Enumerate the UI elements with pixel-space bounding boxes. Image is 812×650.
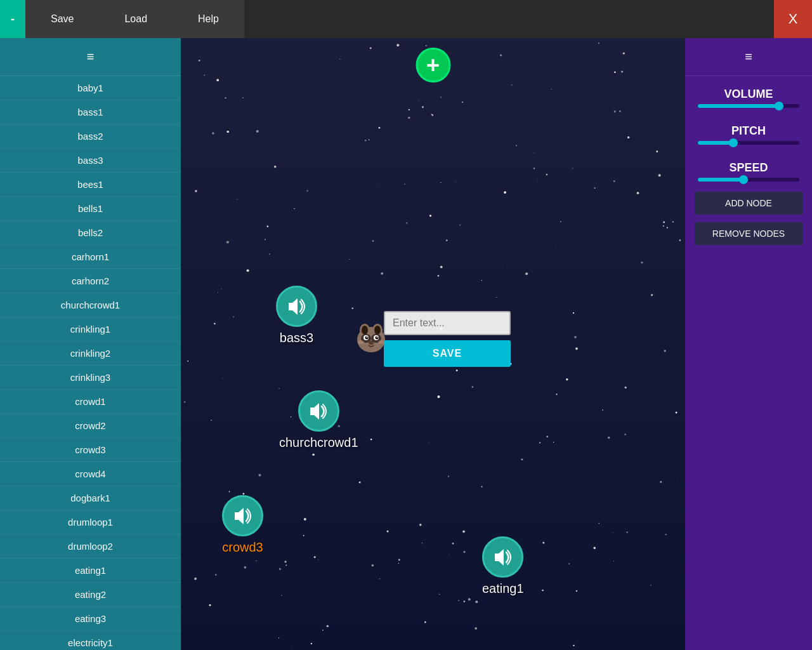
node-bass3-label: bass3: [280, 331, 313, 345]
help-button[interactable]: Help: [173, 0, 244, 38]
sidebar-item-bass1[interactable]: bass1: [0, 100, 181, 124]
right-sidebar: ≡ VOLUME PITCH SPEED ADD NODE REMOVE NOD…: [685, 38, 812, 650]
sidebar-item-eating1[interactable]: eating1: [0, 559, 181, 583]
sidebar-item-bass2[interactable]: bass2: [0, 124, 181, 149]
node-churchcrowd1-icon: [298, 390, 339, 432]
sidebar-item-churchcrowd1[interactable]: churchcrowd1: [0, 293, 181, 317]
node-bass3[interactable]: bass3: [276, 286, 317, 345]
pitch-thumb[interactable]: [729, 138, 738, 147]
volume-label: VOLUME: [685, 88, 812, 101]
svg-point-12: [377, 336, 378, 338]
sidebar-item-crinkling1[interactable]: crinkling1: [0, 317, 181, 342]
pitch-track: [698, 141, 799, 145]
sidebar-item-carhorn1[interactable]: carhorn1: [0, 245, 181, 269]
sidebar-item-crinkling3[interactable]: crinkling3: [0, 366, 181, 390]
node-churchcrowd1-label: churchcrowd1: [279, 435, 358, 450]
pitch-fill: [698, 141, 733, 145]
topbar-accent: -: [0, 0, 25, 38]
pitch-slider-container[interactable]: [685, 141, 812, 145]
topbar: - Save Load Help X: [0, 0, 812, 38]
node-eating1-icon: [482, 536, 523, 578]
volume-track: [698, 104, 799, 108]
sidebar-item-eating2[interactable]: eating2: [0, 583, 181, 607]
close-button[interactable]: X: [774, 0, 812, 38]
svg-point-3: [362, 326, 368, 335]
svg-point-13: [369, 341, 374, 345]
sidebar-item-bells1[interactable]: bells1: [0, 197, 181, 221]
left-sidebar-header: ≡: [0, 38, 181, 76]
sidebar-item-baby1[interactable]: baby1: [0, 76, 181, 100]
name-input[interactable]: [384, 311, 511, 335]
speed-track: [698, 178, 799, 182]
speed-label: SPEED: [685, 161, 812, 175]
node-bass3-icon: [276, 286, 317, 327]
sidebar-item-bells2[interactable]: bells2: [0, 221, 181, 245]
node-crowd3-icon: [222, 495, 263, 536]
left-sidebar: ≡ baby1bass1bass2bass3bees1bells1bells2c…: [0, 38, 181, 650]
node-eating1-label: eating1: [482, 581, 524, 596]
main-area: ≡ baby1bass1bass2bass3bees1bells1bells2c…: [0, 38, 812, 650]
left-menu-icon: ≡: [87, 50, 95, 64]
remove-nodes-button[interactable]: REMOVE NODES: [695, 222, 802, 245]
sidebar-item-carhorn2[interactable]: carhorn2: [0, 269, 181, 293]
node-churchcrowd1[interactable]: churchcrowd1: [279, 390, 358, 450]
right-menu-icon: ≡: [745, 50, 752, 64]
volume-fill: [698, 104, 779, 108]
load-button[interactable]: Load: [99, 0, 173, 38]
name-popup: SAVE: [384, 311, 511, 367]
pitch-label: PITCH: [685, 124, 812, 138]
sidebar-item-crowd2[interactable]: crowd2: [0, 414, 181, 438]
sidebar-item-bees1[interactable]: bees1: [0, 173, 181, 197]
node-crowd3-label: crowd3: [222, 540, 263, 555]
sidebar-item-drumloop2[interactable]: drumloop2: [0, 534, 181, 559]
add-node-button[interactable]: +: [416, 48, 450, 83]
sidebar-item-dogbark1[interactable]: dogbark1: [0, 486, 181, 510]
canvas-area[interactable]: +: [181, 38, 685, 650]
node-crowd3[interactable]: crowd3: [222, 495, 263, 555]
speed-thumb[interactable]: [739, 175, 748, 184]
node-eating1[interactable]: eating1: [482, 536, 524, 596]
speed-slider-container[interactable]: [685, 178, 812, 182]
volume-slider-container[interactable]: [685, 104, 812, 108]
add-node-sidebar-button[interactable]: ADD NODE: [695, 192, 802, 215]
sidebar-item-electricity1[interactable]: electricity1: [0, 631, 181, 650]
speed-fill: [698, 178, 743, 182]
sidebar-item-crowd1[interactable]: crowd1: [0, 390, 181, 414]
save-button[interactable]: Save: [25, 0, 99, 38]
left-sidebar-list[interactable]: baby1bass1bass2bass3bees1bells1bells2car…: [0, 76, 181, 650]
svg-point-14: [358, 340, 364, 344]
sidebar-item-bass3[interactable]: bass3: [0, 149, 181, 173]
sidebar-item-crowd3[interactable]: crowd3: [0, 438, 181, 462]
sidebar-item-crowd4[interactable]: crowd4: [0, 462, 181, 486]
volume-thumb[interactable]: [775, 102, 783, 110]
svg-point-4: [374, 326, 381, 335]
sidebar-item-eating3[interactable]: eating3: [0, 607, 181, 631]
sidebar-item-crinkling2[interactable]: crinkling2: [0, 342, 181, 366]
popup-save-button[interactable]: SAVE: [384, 340, 511, 367]
right-sidebar-header: ≡: [685, 38, 812, 76]
svg-point-11: [367, 336, 368, 338]
sidebar-item-drumloop1[interactable]: drumloop1: [0, 510, 181, 534]
